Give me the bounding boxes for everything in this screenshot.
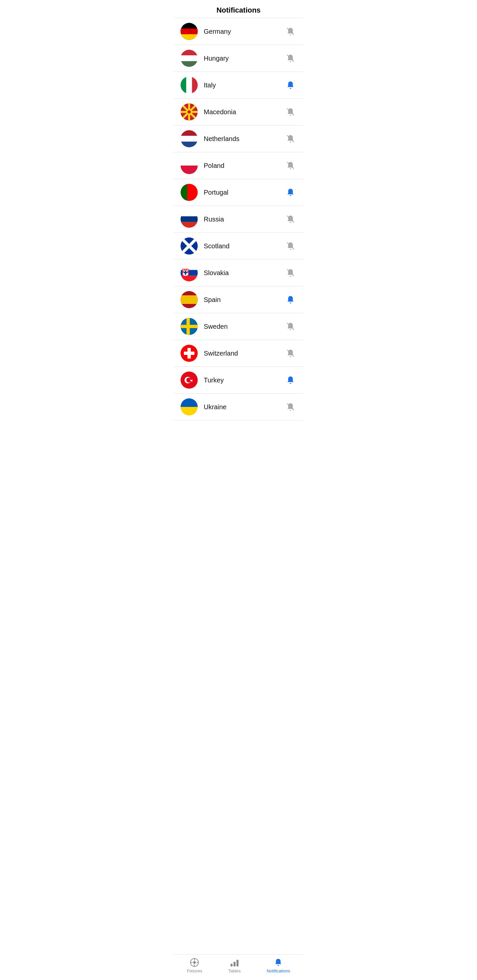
country-item-hungary: Hungary bbox=[174, 45, 303, 72]
bell-button-hungary[interactable] bbox=[284, 52, 297, 64]
svg-rect-34 bbox=[180, 165, 198, 174]
flag-portugal bbox=[180, 184, 198, 201]
svg-rect-37 bbox=[180, 184, 187, 201]
svg-rect-63 bbox=[180, 295, 198, 304]
bell-button-germany[interactable] bbox=[284, 25, 297, 37]
country-name-slovakia: Slovakia bbox=[204, 269, 284, 277]
country-name-germany: Germany bbox=[204, 28, 284, 35]
flag-netherlands bbox=[180, 130, 198, 147]
country-item-germany: Germany bbox=[174, 18, 303, 45]
country-name-netherlands: Netherlands bbox=[204, 135, 284, 143]
bell-button-slovakia[interactable] bbox=[284, 267, 297, 279]
bell-button-switzerland[interactable] bbox=[284, 347, 297, 359]
svg-rect-29 bbox=[180, 136, 198, 142]
country-item-sweden: Sweden bbox=[174, 313, 303, 340]
country-name-russia: Russia bbox=[204, 216, 284, 223]
country-name-ukraine: Ukraine bbox=[204, 403, 284, 411]
bell-button-turkey[interactable] bbox=[284, 374, 297, 386]
flag-poland bbox=[180, 157, 198, 174]
flag-sweden bbox=[180, 318, 198, 335]
country-item-scotland: Scotland bbox=[174, 233, 303, 259]
flag-switzerland bbox=[180, 345, 198, 362]
bell-button-portugal[interactable] bbox=[284, 186, 297, 198]
country-item-macedonia: Macedonia bbox=[174, 99, 303, 126]
bell-button-poland[interactable] bbox=[284, 159, 297, 172]
svg-rect-6 bbox=[180, 29, 198, 34]
bell-button-sweden[interactable] bbox=[284, 320, 297, 332]
country-item-slovakia: Slovakia bbox=[174, 259, 303, 286]
country-item-netherlands: Netherlands bbox=[174, 126, 303, 152]
flag-russia bbox=[180, 210, 198, 228]
flag-ukraine bbox=[180, 398, 198, 415]
flag-macedonia bbox=[180, 103, 198, 121]
country-list: Germany Hungary Italy bbox=[174, 18, 303, 420]
country-name-scotland: Scotland bbox=[204, 242, 284, 250]
flag-italy bbox=[180, 76, 198, 94]
country-item-poland: Poland bbox=[174, 152, 303, 179]
svg-rect-11 bbox=[180, 55, 198, 61]
svg-rect-41 bbox=[180, 216, 198, 222]
svg-rect-5 bbox=[180, 23, 198, 29]
flag-germany bbox=[180, 23, 198, 40]
svg-rect-59 bbox=[183, 272, 187, 273]
country-name-portugal: Portugal bbox=[204, 189, 284, 196]
country-name-turkey: Turkey bbox=[204, 376, 284, 384]
country-name-italy: Italy bbox=[204, 81, 284, 89]
flag-slovakia bbox=[180, 264, 198, 282]
country-name-spain: Spain bbox=[204, 296, 284, 304]
country-name-sweden: Sweden bbox=[204, 323, 284, 331]
country-name-switzerland: Switzerland bbox=[204, 350, 284, 357]
flag-hungary bbox=[180, 50, 198, 67]
country-item-turkey: Turkey bbox=[174, 367, 303, 394]
svg-point-25 bbox=[187, 110, 191, 114]
page-title: Notifications bbox=[174, 0, 303, 18]
svg-rect-67 bbox=[187, 318, 190, 335]
flag-turkey bbox=[180, 371, 198, 389]
svg-rect-72 bbox=[184, 352, 195, 355]
bell-button-ukraine[interactable] bbox=[284, 401, 297, 413]
svg-rect-17 bbox=[192, 76, 198, 94]
bell-button-russia[interactable] bbox=[284, 213, 297, 225]
bell-button-netherlands[interactable] bbox=[284, 133, 297, 145]
svg-rect-12 bbox=[180, 61, 198, 67]
bell-button-italy[interactable] bbox=[284, 79, 297, 91]
svg-rect-38 bbox=[187, 184, 198, 201]
bell-button-macedonia[interactable] bbox=[284, 106, 297, 118]
svg-rect-10 bbox=[180, 50, 198, 55]
svg-rect-40 bbox=[180, 210, 198, 216]
flag-spain bbox=[180, 291, 198, 308]
svg-rect-15 bbox=[180, 76, 186, 94]
svg-rect-16 bbox=[186, 76, 192, 94]
svg-rect-42 bbox=[180, 222, 198, 228]
svg-rect-80 bbox=[180, 398, 198, 407]
country-item-switzerland: Switzerland bbox=[174, 340, 303, 367]
country-name-poland: Poland bbox=[204, 162, 284, 170]
bell-button-spain[interactable] bbox=[284, 294, 297, 305]
country-item-ukraine: Ukraine bbox=[174, 394, 303, 420]
svg-rect-33 bbox=[180, 157, 198, 165]
svg-rect-28 bbox=[180, 130, 198, 136]
country-item-russia: Russia bbox=[174, 206, 303, 233]
country-item-portugal: Portugal bbox=[174, 179, 303, 206]
country-item-spain: Spain bbox=[174, 286, 303, 313]
bell-button-scotland[interactable] bbox=[284, 240, 297, 252]
flag-scotland bbox=[180, 237, 198, 255]
svg-rect-30 bbox=[180, 142, 198, 147]
country-name-hungary: Hungary bbox=[204, 55, 284, 62]
svg-rect-7 bbox=[180, 35, 198, 40]
svg-rect-81 bbox=[180, 407, 198, 415]
country-item-italy: Italy bbox=[174, 72, 303, 99]
country-name-macedonia: Macedonia bbox=[204, 108, 284, 116]
